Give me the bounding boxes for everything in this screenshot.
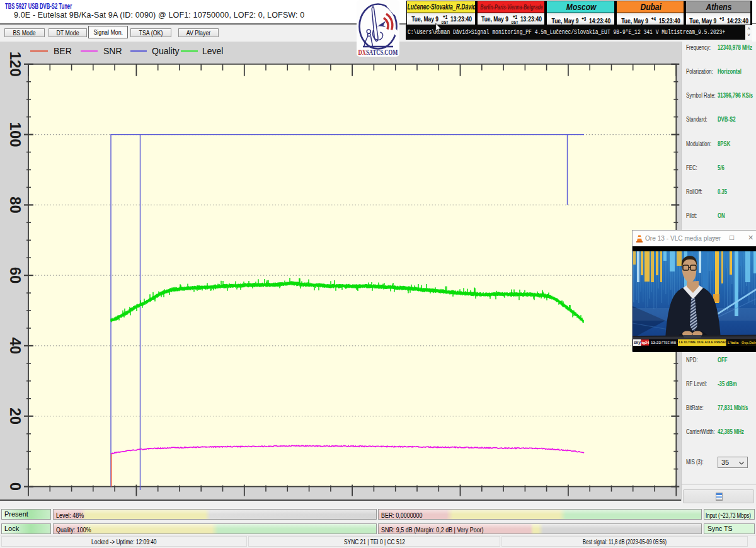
svg-text:L'Italia: L'Italia bbox=[728, 341, 739, 345]
svg-text:0: 0 bbox=[7, 482, 24, 491]
svg-text:tg24: tg24 bbox=[642, 341, 650, 345]
svg-text:20: 20 bbox=[7, 408, 24, 425]
svg-text:13:23: 13:23 bbox=[651, 340, 661, 345]
svg-text:Osp.Dalm.: Osp.Dalm. bbox=[742, 341, 756, 345]
svg-text:DXSATCS.COM: DXSATCS.COM bbox=[358, 48, 398, 57]
svg-text:120: 120 bbox=[7, 52, 24, 77]
svg-text:60: 60 bbox=[7, 267, 24, 284]
svg-text:100: 100 bbox=[7, 122, 24, 147]
svg-text:sky: sky bbox=[634, 340, 641, 345]
svg-text:40: 40 bbox=[7, 338, 24, 355]
svg-text:80: 80 bbox=[7, 197, 24, 214]
